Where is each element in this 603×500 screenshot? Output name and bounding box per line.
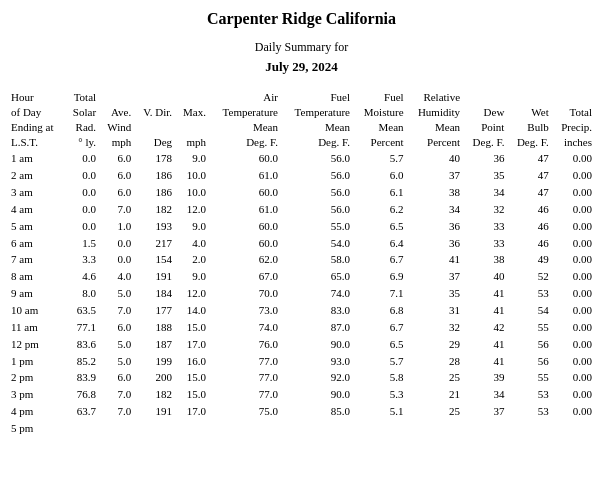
cell: 217 [134,235,175,252]
cell: 12.0 [175,285,209,302]
cell: 0.0 [65,167,99,184]
col-solar-header: TotalSolarRad.° ly. [65,89,99,150]
cell: 0.00 [552,251,595,268]
cell: 54 [507,302,551,319]
cell: 53 [507,403,551,420]
cell: 1 pm [8,353,65,370]
cell: 32 [407,319,463,336]
cell: 1.0 [99,218,134,235]
cell: 62.0 [209,251,281,268]
cell: 83.0 [281,302,353,319]
data-row: 9 am8.05.018412.070.074.07.13541530.00 [8,285,595,302]
cell: 53 [507,386,551,403]
cell: 60.0 [209,184,281,201]
cell: 6.1 [353,184,407,201]
cell: 0.00 [552,218,595,235]
cell: 41 [463,302,507,319]
data-row: 10 am63.57.017714.073.083.06.83141540.00 [8,302,595,319]
cell: 7 am [8,251,65,268]
cell: 46 [507,235,551,252]
cell: 53 [507,285,551,302]
cell: 0.00 [552,336,595,353]
data-row: 2 pm83.96.020015.077.092.05.82539550.00 [8,369,595,386]
cell: 47 [507,184,551,201]
cell: 2 am [8,167,65,184]
cell: 42 [463,319,507,336]
col-wind-ave-header: Ave.Windmph [99,89,134,150]
cell: 41 [463,336,507,353]
cell: 10.0 [175,184,209,201]
cell: 73.0 [209,302,281,319]
cell: 12.0 [175,201,209,218]
data-row: 3 pm76.87.018215.077.090.05.32134530.00 [8,386,595,403]
cell: 40 [407,150,463,167]
cell: 9 am [8,285,65,302]
cell: 7.0 [99,403,134,420]
cell: 0.0 [99,235,134,252]
cell: 56.0 [281,167,353,184]
cell: 4 am [8,201,65,218]
cell: 178 [134,150,175,167]
page-title: Carpenter Ridge California [8,10,595,28]
cell [209,420,281,437]
cell: 76.0 [209,336,281,353]
cell: 70.0 [209,285,281,302]
cell: 36 [407,218,463,235]
data-row: 5 am0.01.01939.060.055.06.53633460.00 [8,218,595,235]
cell: 3 pm [8,386,65,403]
cell: 6.0 [99,319,134,336]
cell: 7.0 [99,201,134,218]
cell: 7.1 [353,285,407,302]
col-fuel-moist-header: FuelMoistureMeanPercent [353,89,407,150]
cell [281,420,353,437]
cell: 87.0 [281,319,353,336]
cell: 75.0 [209,403,281,420]
cell: 8 am [8,268,65,285]
data-row: 4 am0.07.018212.061.056.06.23432460.00 [8,201,595,218]
cell: 33 [463,218,507,235]
cell: 154 [134,251,175,268]
cell: 12 pm [8,336,65,353]
cell: 6.0 [99,150,134,167]
cell: 37 [407,167,463,184]
cell: 0.00 [552,302,595,319]
cell: 29 [407,336,463,353]
cell: 7.0 [99,386,134,403]
cell: 15.0 [175,369,209,386]
cell: 186 [134,184,175,201]
cell: 77.0 [209,369,281,386]
cell: 34 [463,184,507,201]
data-row: 8 am4.64.01919.067.065.06.93740520.00 [8,268,595,285]
cell: 6.2 [353,201,407,218]
cell: 182 [134,201,175,218]
data-row: 11 am77.16.018815.074.087.06.73242550.00 [8,319,595,336]
cell: 200 [134,369,175,386]
cell: 47 [507,167,551,184]
cell: 0.00 [552,386,595,403]
cell: 35 [463,167,507,184]
cell: 17.0 [175,403,209,420]
cell: 7.0 [99,302,134,319]
cell: 46 [507,218,551,235]
cell: 74.0 [281,285,353,302]
cell: 31 [407,302,463,319]
cell: 55.0 [281,218,353,235]
data-table: Hourof DayEnding atL.S.T. TotalSolarRad.… [8,89,595,437]
cell: 6.0 [353,167,407,184]
data-row: 4 pm63.77.019117.075.085.05.12537530.00 [8,403,595,420]
cell [407,420,463,437]
cell: 36 [463,150,507,167]
cell: 0.0 [65,201,99,218]
cell: 4.0 [175,235,209,252]
cell: 85.2 [65,353,99,370]
cell: 6.5 [353,218,407,235]
cell: 0.00 [552,403,595,420]
cell: 60.0 [209,218,281,235]
cell: 76.8 [65,386,99,403]
cell: 6.0 [99,369,134,386]
cell [507,420,551,437]
cell: 11 am [8,319,65,336]
cell: 187 [134,336,175,353]
cell: 14.0 [175,302,209,319]
cell: 41 [463,285,507,302]
